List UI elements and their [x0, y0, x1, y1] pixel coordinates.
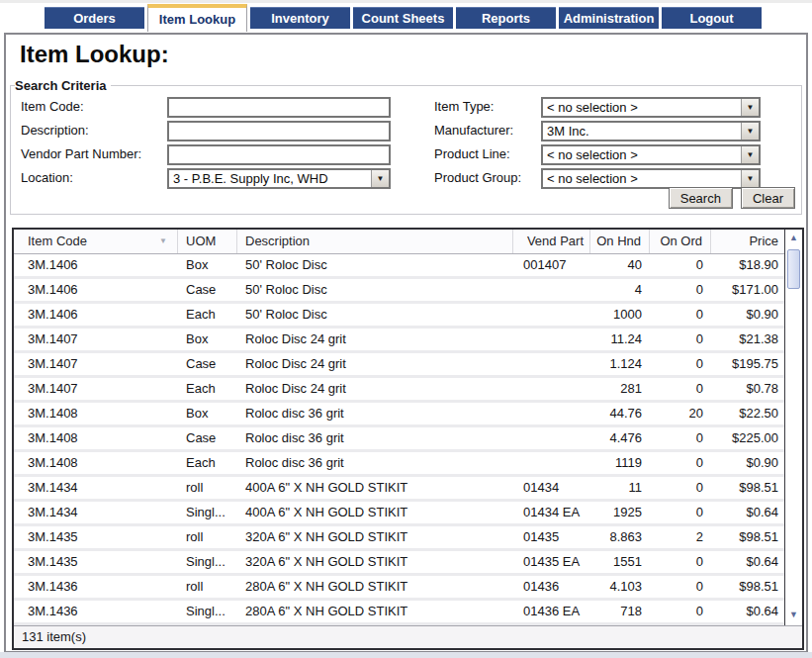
tab-inventory[interactable]: Inventory: [250, 7, 350, 29]
dropdown-arrow-icon[interactable]: ▼: [741, 99, 759, 116]
table-row[interactable]: 3M.1434Singl...400A 6" X NH GOLD STIKIT0…: [14, 502, 784, 526]
tab-label: Item Lookup: [159, 12, 235, 27]
column-header-uom[interactable]: UOM: [178, 230, 237, 253]
column-header-label: Price: [749, 234, 778, 248]
table-row[interactable]: 3M.1435roll320A 6" X NH GOLD STIKIT01435…: [14, 526, 784, 551]
cell-on-ord: 0: [650, 427, 711, 449]
tab-reports[interactable]: Reports: [456, 7, 556, 29]
dropdown-arrow-icon[interactable]: ▼: [741, 146, 759, 163]
cell-description: Roloc disc 36 grit: [237, 403, 513, 424]
dropdown-arrow-icon[interactable]: ▼: [371, 170, 389, 187]
vendor-part-number-input[interactable]: [167, 144, 391, 165]
cell-on-ord: 0: [650, 304, 711, 326]
dropdown-arrow-icon[interactable]: ▼: [741, 123, 759, 140]
cell-on-ord: 2: [650, 526, 711, 548]
cell-vend-part: [513, 427, 590, 449]
cell-price: $0.64: [711, 601, 784, 622]
cell-item-code: 3M.1434: [14, 477, 178, 499]
column-header-price[interactable]: Price: [711, 230, 784, 253]
cell-vend-part: [513, 403, 590, 424]
cell-uom: Singl...: [178, 502, 237, 523]
cell-on-hnd: 1.124: [590, 353, 650, 375]
table-row[interactable]: 3M.1436roll280A 6" X NH GOLD STIKIT01436…: [14, 576, 784, 601]
table-row[interactable]: 3M.1408CaseRoloc disc 36 grit4.4760$225.…: [14, 427, 784, 452]
cell-vend-part: 01435: [513, 526, 590, 548]
cell-on-hnd: 4.476: [590, 427, 650, 449]
cell-price: $0.90: [711, 452, 784, 474]
form-column-gap: [391, 97, 434, 118]
product-line-select[interactable]: < no selection >▼: [541, 144, 761, 165]
column-header-vend-part[interactable]: Vend Part: [513, 230, 590, 253]
cell-price: $0.78: [711, 378, 784, 400]
cell-on-ord: 0: [650, 551, 711, 573]
table-row[interactable]: 3M.1406Each50' Roloc Disc10000$0.90: [14, 304, 784, 329]
manufacturer-selected-value: 3M Inc.: [543, 123, 741, 140]
description-input[interactable]: [167, 121, 391, 141]
dropdown-arrow-icon[interactable]: ▼: [741, 170, 759, 187]
item-code-input[interactable]: [167, 97, 391, 118]
cell-item-code: 3M.1436: [14, 601, 178, 622]
product-group-selected-value: < no selection >: [543, 170, 741, 187]
cell-on-hnd: 1000: [590, 304, 650, 326]
scrollbar-thumb[interactable]: [787, 249, 800, 289]
cell-item-code: 3M.1406: [14, 279, 178, 301]
table-row[interactable]: 3M.1408BoxRoloc disc 36 grit44.7620$22.5…: [14, 403, 784, 427]
tab-logout[interactable]: Logout: [662, 7, 762, 29]
item-type-selected-value: < no selection >: [543, 99, 741, 116]
cell-description: Roloc Disc 24 grit: [237, 378, 513, 400]
table-row[interactable]: 3M.1407CaseRoloc Disc 24 grit1.1240$195.…: [14, 353, 784, 378]
vertical-scrollbar[interactable]: ▲ ▼: [784, 230, 802, 625]
tab-label: Logout: [689, 11, 733, 26]
tab-orders[interactable]: Orders: [45, 7, 144, 29]
scroll-up-icon[interactable]: ▲: [785, 233, 802, 245]
tab-administration[interactable]: Administration: [559, 7, 659, 29]
column-header-label: UOM: [186, 234, 216, 248]
product-line-selected-value: < no selection >: [543, 146, 741, 163]
cell-uom: roll: [178, 477, 237, 499]
search-button[interactable]: Search: [669, 187, 733, 209]
table-row[interactable]: 3M.1406Box50' Roloc Disc001407400$18.90: [14, 254, 784, 279]
cell-item-code: 3M.1407: [14, 378, 178, 400]
table-row[interactable]: 3M.1407EachRoloc Disc 24 grit2810$0.78: [14, 378, 784, 403]
manufacturer-select[interactable]: 3M Inc.▼: [541, 121, 761, 141]
cell-uom: roll: [178, 526, 237, 548]
description-label: Description:: [21, 121, 167, 141]
column-header-item-code[interactable]: Item Code▼: [14, 230, 178, 253]
cell-price: $21.38: [711, 329, 784, 350]
cell-price: $171.00: [711, 279, 784, 301]
tab-item-lookup[interactable]: Item Lookup: [147, 4, 247, 32]
column-header-on-ord[interactable]: On Ord: [650, 230, 711, 253]
cell-on-hnd: 4.103: [590, 576, 650, 598]
table-row[interactable]: 3M.1434roll400A 6" X NH GOLD STIKIT01434…: [14, 477, 784, 502]
clear-button[interactable]: Clear: [741, 187, 795, 209]
column-header-description[interactable]: Description: [237, 230, 513, 253]
cell-on-ord: 0: [650, 329, 711, 350]
cell-uom: Case: [178, 353, 237, 375]
table-row[interactable]: 3M.1407BoxRoloc Disc 24 grit11.240$21.38: [14, 329, 784, 353]
cell-on-ord: 0: [650, 452, 711, 474]
table-row[interactable]: 3M.1406Case50' Roloc Disc40$171.00: [14, 279, 784, 304]
cell-uom: Case: [178, 427, 237, 449]
scroll-down-icon[interactable]: ▼: [785, 610, 802, 622]
cell-description: Roloc disc 36 grit: [237, 452, 513, 474]
tab-count-sheets[interactable]: Count Sheets: [353, 7, 453, 29]
table-row[interactable]: 3M.1408EachRoloc disc 36 grit11190$0.90: [14, 452, 784, 477]
cell-item-code: 3M.1407: [14, 353, 178, 375]
item-type-select[interactable]: < no selection >▼: [541, 97, 761, 118]
table-row[interactable]: 3M.1435Singl...320A 6" X NH GOLD STIKIT0…: [14, 551, 784, 576]
cell-item-code: 3M.1406: [14, 304, 178, 326]
cell-on-ord: 0: [650, 576, 711, 598]
product-group-select[interactable]: < no selection >▼: [541, 168, 761, 189]
cell-item-code: 3M.1435: [14, 551, 178, 573]
table-header: Item Code▼UOMDescriptionVend PartOn HndO…: [14, 230, 784, 254]
column-header-on-hnd[interactable]: On Hnd: [590, 230, 650, 253]
table-row[interactable]: 3M.1436Singl...280A 6" X NH GOLD STIKIT0…: [14, 601, 784, 625]
cell-vend-part: 01436: [513, 576, 590, 598]
cell-vend-part: 001407: [513, 254, 590, 276]
column-header-label: On Hnd: [596, 234, 641, 248]
cell-vend-part: [513, 304, 590, 326]
cell-on-ord: 0: [650, 378, 711, 400]
cell-price: $0.64: [711, 551, 784, 573]
cell-on-hnd: 718: [590, 601, 650, 622]
location-select[interactable]: 3 - P.B.E. Supply Inc, WHD▼: [167, 168, 391, 189]
